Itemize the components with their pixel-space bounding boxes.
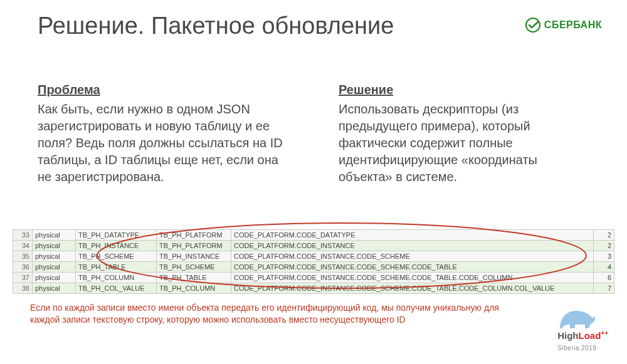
conf-edition: Siberia 2019 xyxy=(557,345,596,351)
bear-icon xyxy=(557,306,596,331)
conf-name-pre: High xyxy=(557,330,578,341)
footnote-text: Если по каждой записи вместо имени объек… xyxy=(30,302,500,326)
table-row: 34 physical TB_PH_INSTANCE TB_PH_PLATFOR… xyxy=(13,241,614,251)
table-row: 36 physical TB_PH_TABLE TB_PH_SCHEME COD… xyxy=(13,262,614,273)
solution-column: Решение Использовать дескрипторы (из пре… xyxy=(339,81,589,185)
table-row: 35 physical TB_PH_SCHEME TB_PH_INSTANCE … xyxy=(13,251,614,262)
problem-column: Проблема Как быть, если нужно в одном JS… xyxy=(38,81,288,185)
svg-point-0 xyxy=(526,18,540,32)
sberbank-icon xyxy=(525,18,540,33)
table-row: 37 physical TB_PH_COLUMN TB_PH_TABLE COD… xyxy=(13,273,614,283)
solution-heading: Решение xyxy=(339,81,589,98)
table-row: 33 physical TB_PH_DATATYPE TB_PH_PLATFOR… xyxy=(13,230,614,241)
conf-plus: ++ xyxy=(601,330,608,336)
highload-logo: HighLoad++ Siberia 2019 xyxy=(557,306,608,353)
sberbank-logo: СБЕРБАНК xyxy=(525,18,602,33)
problem-heading: Проблема xyxy=(38,81,288,98)
table-row: 38 physical TB_PH_COL_VALUE TB_PH_COLUMN… xyxy=(13,283,614,294)
conf-name-post: Load xyxy=(578,330,601,341)
sberbank-name: СБЕРБАНК xyxy=(544,19,602,31)
metadata-table: 33 physical TB_PH_DATATYPE TB_PH_PLATFOR… xyxy=(13,229,614,294)
slide-title: Решение. Пакетное обновление xyxy=(38,13,394,39)
problem-body: Как быть, если нужно в одном JSON зареги… xyxy=(38,101,288,185)
solution-body: Использовать дескрипторы (из предыдущего… xyxy=(339,101,589,185)
